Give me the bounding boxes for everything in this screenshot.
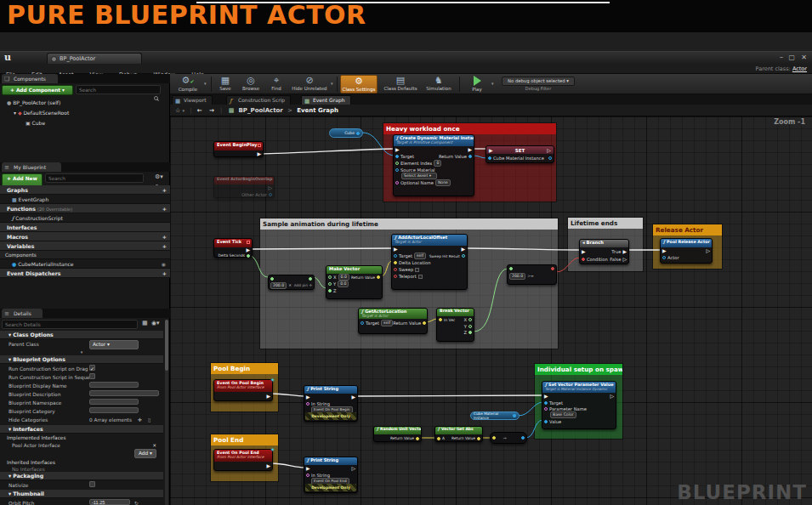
node-greater-equal[interactable]: 200.0>= — [507, 264, 557, 285]
exec-in-pin[interactable]: ▶ — [394, 247, 398, 252]
node-event-tick[interactable]: Event Tick ▶ Delta Seconds — [213, 238, 253, 258]
compare-in-pin[interactable] — [509, 267, 513, 270]
tree-item-self[interactable]: ● BP_PoolActor (self) — [0, 98, 170, 107]
z-out-pin[interactable] — [468, 331, 472, 334]
compile-button[interactable]: ⚙✔Compile — [173, 75, 202, 94]
section-event-dispatchers[interactable]: Event Dispatchers+ — [0, 269, 170, 278]
exec-in-pin[interactable]: ▶ — [489, 148, 493, 153]
multiply-out-pin[interactable] — [309, 277, 312, 281]
source-material-pin[interactable] — [395, 168, 399, 172]
exec-in-pin[interactable]: ▶ — [544, 394, 548, 399]
add-function-button[interactable]: + — [162, 204, 167, 213]
chevron-down-icon[interactable]: ▾ — [14, 110, 16, 116]
namespace-field[interactable] — [89, 399, 139, 405]
compare-out-pin[interactable] — [551, 267, 554, 270]
return-value-pin[interactable] — [377, 275, 380, 279]
event-graph-canvas[interactable]: Zoom -1 BLUEPRINT Heavy workload once Sa… — [170, 116, 812, 505]
details-section-class-options[interactable]: ▾ Class Options — [0, 331, 163, 339]
debug-object-dropdown[interactable]: No debug object selected ▾ — [502, 77, 575, 86]
browse-button[interactable]: ◎Browse — [238, 75, 264, 94]
class-settings-button[interactable]: ⚙Class Settings — [340, 75, 378, 94]
add-variable-button[interactable]: + — [162, 241, 167, 251]
section-functions[interactable]: Functions (20 Overridable)+ — [0, 204, 170, 213]
exec-out-pin[interactable]: ▶ — [351, 394, 355, 400]
display-name-field[interactable] — [89, 382, 139, 388]
y-pin[interactable] — [328, 282, 332, 286]
details-section-packaging[interactable]: ▾ Packaging — [0, 472, 163, 480]
node-print-string-end[interactable]: ƒPrint String ▶▷ In String Event On Pool… — [304, 457, 358, 493]
details-panel-tab[interactable]: ≡ Details — [2, 309, 43, 318]
section-graphs[interactable]: Graphs+ — [0, 185, 170, 195]
node-cube-variable[interactable]: Cube — [329, 128, 363, 138]
add-pin-button[interactable]: Add pin ✛ — [294, 283, 312, 287]
components-panel-tab[interactable]: ❏ Components — [2, 74, 58, 83]
node-set-cube-material-instance[interactable]: ▶SET▷ Cube Material Instance — [485, 145, 554, 163]
return-value-pin[interactable] — [423, 321, 426, 325]
delegate-icon[interactable] — [258, 144, 261, 147]
development-only-band[interactable]: Development Only — [305, 412, 356, 420]
components-search-input[interactable] — [76, 85, 161, 94]
play-options-chevron-icon[interactable]: ▾ — [491, 81, 494, 86]
node-print-string-begin[interactable]: ƒPrint String ▶▶ In String Event On Pool… — [304, 385, 358, 422]
parameter-name-value[interactable]: Base Color — [550, 411, 576, 418]
variable-in-pin[interactable] — [488, 156, 491, 160]
nav-back-icon[interactable]: ← — [197, 107, 202, 114]
conv-out-pin[interactable] — [521, 436, 525, 440]
description-field[interactable] — [89, 390, 159, 396]
close-button[interactable]: ✕ — [801, 53, 807, 63]
variable-out-pin[interactable] — [513, 414, 516, 417]
delegate-icon[interactable] — [247, 241, 250, 244]
delta-seconds-pin[interactable] — [247, 254, 250, 258]
maximize-button[interactable]: ▢ — [788, 53, 795, 63]
play-button[interactable]: Play — [466, 75, 488, 94]
exec-in-pin[interactable]: ▶ — [582, 249, 586, 254]
view-options-gear-icon[interactable]: ⚙▾ — [155, 173, 163, 180]
run-drag-checkbox[interactable]: ✓ — [89, 365, 95, 371]
add-interface-button[interactable]: Add ▾ — [134, 449, 156, 458]
item-cube-material-instance[interactable]: ● CubeMaterialInstance◉ — [0, 259, 170, 269]
star-chevron-icon[interactable]: ▾ — [183, 108, 185, 113]
node-break-vector[interactable]: Break Vector In VecX Y Z — [436, 308, 474, 342]
a-pin[interactable] — [437, 437, 440, 440]
run-sequencer-checkbox[interactable] — [89, 373, 95, 379]
exec-out-pin[interactable]: ▷ — [268, 185, 272, 190]
minimize-button[interactable]: – — [780, 53, 783, 63]
sweep-pin[interactable] — [394, 268, 397, 271]
grid-view-icon[interactable]: ▦ — [142, 320, 148, 326]
return-value-pin[interactable] — [477, 437, 480, 440]
exec-in-pin[interactable]: ▶ — [306, 466, 310, 471]
details-section-thumbnail[interactable]: ▾ Thumbnail — [0, 490, 163, 498]
target-pin[interactable] — [544, 401, 548, 405]
exec-out-pin[interactable]: ▷ — [547, 148, 551, 153]
nativize-checkbox[interactable] — [89, 481, 95, 487]
node-addactorlocaloffset[interactable]: ƒAddActorLocalOffsetTarget is Actor ▶▶ T… — [391, 234, 468, 290]
section-variables[interactable]: Variables+ — [0, 241, 170, 251]
target-pin[interactable] — [361, 321, 364, 325]
actor-pin[interactable] — [662, 256, 666, 259]
return-value-pin[interactable] — [468, 155, 472, 158]
node-pool-release-actor[interactable]: ƒPool Release Actor ▶▷ Actor — [660, 238, 713, 264]
sweep-checkbox[interactable] — [415, 268, 419, 272]
expander-chevron-icon[interactable]: ▾ — [0, 349, 163, 355]
nav-forward-icon[interactable]: → — [209, 107, 214, 114]
tab-viewport[interactable]: ▦Viewport — [172, 95, 213, 105]
optional-name-pin[interactable] — [395, 181, 399, 184]
element-index-value[interactable]: 0 — [434, 160, 441, 167]
false-pin[interactable]: ▷ — [622, 257, 627, 262]
node-event-beginplay[interactable]: Event BeginPlay ▶ — [213, 141, 264, 157]
tree-item-cube[interactable]: ▣ Cube — [0, 118, 170, 128]
section-macros[interactable]: Macros+ — [0, 232, 170, 241]
category-field[interactable] — [89, 407, 139, 413]
breadcrumb-root[interactable]: BP_PoolActor — [239, 107, 283, 114]
node-event-on-pool-begin[interactable]: Event On Pool BeginFrom Pool Actor Inter… — [213, 379, 273, 401]
my-blueprint-panel-tab[interactable]: ≡ My Blueprint — [2, 162, 61, 172]
x-pin[interactable] — [328, 275, 332, 279]
multiply-in-pin[interactable] — [270, 277, 274, 281]
item-event-graph[interactable]: ▩ EventGraph — [0, 195, 170, 204]
class-defaults-button[interactable]: ▤Class Defaults — [381, 75, 420, 94]
exec-out-pin[interactable]: ▷ — [610, 394, 614, 399]
source-material-dropdown[interactable]: Select Asset ▾ — [401, 173, 437, 179]
asset-tab[interactable]: BP_PoolActor — [47, 53, 142, 64]
find-button[interactable]: ⌖Find — [265, 75, 287, 94]
target-pin[interactable] — [395, 155, 399, 158]
